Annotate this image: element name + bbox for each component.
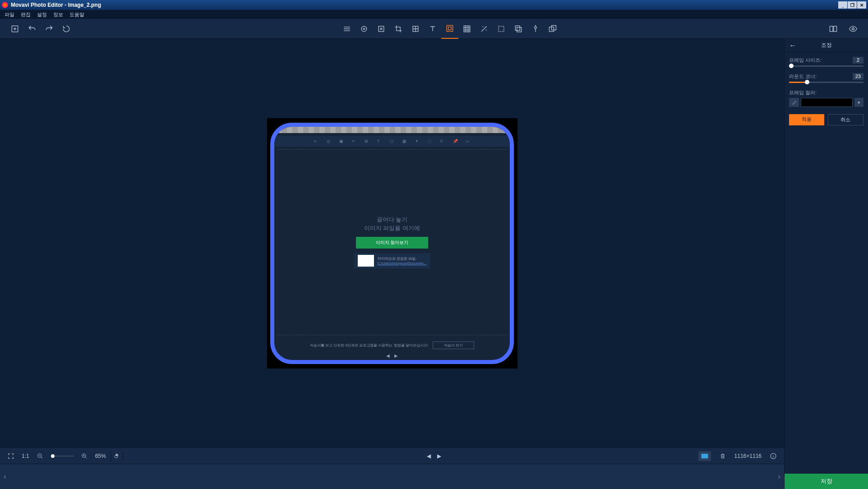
menu-help[interactable]: 도움말 (69, 11, 84, 18)
eyedropper-button[interactable] (789, 98, 799, 107)
svg-rect-7 (464, 26, 470, 32)
undo-button[interactable] (23, 19, 41, 39)
strip-next-button[interactable]: › (778, 472, 780, 481)
layers-tool[interactable] (544, 19, 561, 39)
frame-size-label: 프레임 사이즈: (789, 57, 822, 64)
panel-back-button[interactable]: ← (789, 42, 796, 50)
inner-toolbar: ≡◎▣✂⊞T▢▦✦⬚⎘📌▭ (274, 136, 510, 147)
compare-button[interactable] (825, 19, 842, 39)
svg-point-1 (361, 26, 367, 32)
crop-tool[interactable] (390, 19, 407, 39)
svg-rect-8 (499, 26, 504, 32)
text-tool[interactable] (424, 19, 441, 39)
svg-rect-14 (834, 26, 837, 32)
svg-rect-6 (448, 27, 452, 30)
app-logo-icon (2, 2, 8, 8)
cancel-button[interactable]: 취소 (828, 114, 864, 125)
maximize-button[interactable]: ❐ (848, 1, 857, 9)
fit-screen-button[interactable] (698, 451, 711, 461)
delete-button[interactable] (716, 451, 729, 461)
menu-info[interactable]: 정보 (53, 11, 63, 18)
copy-tool[interactable] (510, 19, 527, 39)
fullscreen-button[interactable] (5, 451, 17, 461)
frame-size-slider[interactable] (789, 65, 863, 67)
svg-rect-9 (515, 26, 520, 30)
preview-button[interactable] (845, 19, 862, 39)
close-button[interactable]: ✕ (857, 1, 866, 9)
frame-color-label: 프레임 컬러: (789, 89, 863, 96)
scale-1to1[interactable]: 1:1 (22, 453, 29, 459)
hand-tool-button[interactable] (111, 451, 123, 461)
toolbar (0, 19, 868, 39)
svg-rect-10 (517, 27, 522, 32)
effects-tool[interactable] (476, 19, 493, 39)
inner-thumb-icon (358, 255, 374, 267)
resize-tool[interactable] (373, 19, 390, 39)
redo-button[interactable] (41, 19, 58, 39)
adjust-tool[interactable] (338, 19, 356, 39)
thumbnail-strip: ‹ › (0, 464, 784, 489)
frame-size-value[interactable]: 2 (853, 57, 863, 64)
menu-settings[interactable]: 설정 (37, 11, 47, 18)
inner-checker-strip (276, 127, 508, 133)
round-corner-label: 라운드 코너: (789, 73, 817, 80)
zoom-slider[interactable] (51, 456, 74, 457)
frame-preview: ≡◎▣✂⊞T▢▦✦⬚⎘📌▭ 끌어다 놓기 이미지 파일을 여기에 이미지 찾아보… (270, 123, 514, 364)
titlebar: Movavi Photo Editor - Image_2.png _ ❐ ✕ (0, 0, 868, 10)
zoom-in-button[interactable] (78, 451, 91, 461)
add-image-button[interactable] (6, 19, 23, 39)
strip-prev-button[interactable]: ‹ (4, 472, 6, 481)
svg-point-2 (363, 28, 365, 29)
svg-point-15 (852, 28, 854, 30)
rotate-tool[interactable] (407, 19, 424, 39)
image-dimensions: 1116×1116 (734, 453, 762, 459)
inner-footer: 자습서를 보고 신속한 6단계로 프로그램을 사용하는 방법을 알아보십시오! … (274, 338, 510, 353)
retouch-tool[interactable] (356, 19, 373, 39)
svg-rect-18 (701, 453, 708, 458)
round-corner-slider[interactable] (789, 82, 863, 83)
menu-file[interactable]: 파일 (5, 11, 14, 18)
canvas-image: ≡◎▣✂⊞T▢▦✦⬚⎘📌▭ 끌어다 놓기 이미지 파일을 여기에 이미지 찾아보… (267, 118, 517, 369)
bottombar: 1:1 65% ◀ ▶ 1116×1116 (0, 447, 784, 464)
next-image-button[interactable]: ▶ (437, 453, 441, 459)
noise-tool[interactable] (458, 19, 476, 39)
svg-rect-5 (447, 25, 452, 31)
zoom-percent: 65% (95, 453, 106, 459)
svg-rect-13 (830, 26, 833, 32)
panel-title: 조정 (821, 42, 832, 49)
inner-browse-button: 이미지 찾아보기 (356, 237, 429, 249)
round-corner-value[interactable]: 23 (853, 73, 863, 80)
window-title: Movavi Photo Editor - Image_2.png (11, 2, 101, 8)
inner-nav-arrows: ◀▶ (274, 353, 510, 360)
zoom-out-button[interactable] (34, 451, 46, 461)
save-button[interactable]: 저장 (785, 474, 868, 489)
selection-tool[interactable] (493, 19, 510, 39)
menu-edit[interactable]: 편집 (21, 11, 31, 18)
minimize-button[interactable]: _ (838, 1, 847, 9)
apply-button[interactable]: 적용 (789, 114, 824, 125)
canvas-viewport[interactable]: ≡◎▣✂⊞T▢▦✦⬚⎘📌▭ 끌어다 놓기 이미지 파일을 여기에 이미지 찾아보… (0, 39, 784, 447)
info-button[interactable] (767, 451, 780, 461)
menubar: 파일 편집 설정 정보 도움말 (0, 10, 868, 19)
color-dropdown-button[interactable]: ▾ (854, 98, 863, 107)
right-panel: ← 조정 프레임 사이즈: 2 라운드 코너: 23 (784, 39, 868, 489)
reset-button[interactable] (58, 19, 75, 39)
inner-drop-text: 끌어다 놓기 이미지 파일을 여기에 (364, 216, 420, 232)
frame-tool[interactable] (441, 19, 458, 39)
inner-recent-file: 마지막으로 편집한 파일: C:/Users/chulgoon/Documen.… (354, 253, 430, 268)
prev-image-button[interactable]: ◀ (427, 453, 431, 459)
frame-color-swatch[interactable] (801, 98, 853, 107)
pin-tool[interactable] (527, 19, 544, 39)
